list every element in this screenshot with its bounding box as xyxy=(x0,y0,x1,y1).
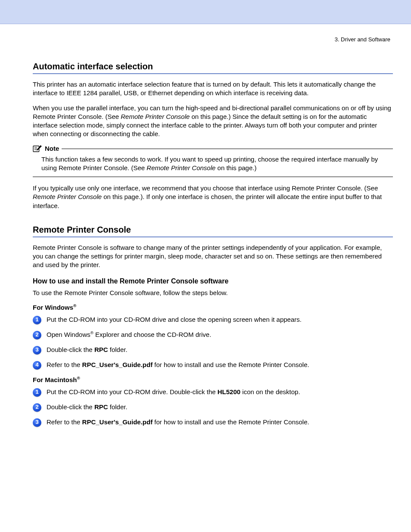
section-title-auto-interface: Automatic interface selection xyxy=(33,62,393,74)
note-text: This function takes a few seconds to wor… xyxy=(33,152,393,177)
text-run: icon on the desktop. xyxy=(240,388,300,395)
step-text: Refer to the RPC_User's_Guide.pdf for ho… xyxy=(47,361,309,369)
cross-ref-link[interactable]: Remote Printer Console xyxy=(121,113,190,120)
list-item: 4 Refer to the RPC_User's_Guide.pdf for … xyxy=(33,361,393,370)
step-list-windows: 1 Put the CD-ROM into your CD-ROM drive … xyxy=(33,315,393,370)
section-title-remote-printer-console: Remote Printer Console xyxy=(33,225,393,237)
step-number-badge: 1 xyxy=(33,388,41,397)
text-run: For Windows xyxy=(33,304,73,311)
body-text: This printer has an automatic interface … xyxy=(33,80,393,98)
step-list-macintosh: 1 Put the CD-ROM into your CD-ROM drive.… xyxy=(33,388,393,427)
registered-mark: ® xyxy=(90,330,93,335)
note-pencil-icon xyxy=(33,145,42,152)
text-run: folder. xyxy=(108,403,128,411)
text-run: Refer to the xyxy=(47,418,82,426)
body-text: When you use the parallel interface, you… xyxy=(33,104,393,139)
bold-text: RPC xyxy=(94,403,108,411)
step-text: Double-click the RPC folder. xyxy=(47,403,128,411)
list-item: 1 Put the CD-ROM into your CD-ROM drive … xyxy=(33,315,393,324)
text-run: Double-click the xyxy=(47,403,94,411)
step-number-badge: 4 xyxy=(33,361,41,370)
note-label: Note xyxy=(45,145,59,152)
cross-ref-link[interactable]: Remote Printer Console xyxy=(33,193,102,200)
note-header: Note xyxy=(33,145,393,152)
step-text: Refer to the RPC_User's_Guide.pdf for ho… xyxy=(47,418,309,426)
body-text: Remote Printer Console is software to ch… xyxy=(33,243,393,270)
list-item: 3 Refer to the RPC_User's_Guide.pdf for … xyxy=(33,418,393,427)
bold-text: RPC xyxy=(94,346,108,353)
body-text: If you typically use only one interface,… xyxy=(33,184,393,210)
bold-text: HL5200 xyxy=(218,388,240,395)
list-item: 3 Double-click the RPC folder. xyxy=(33,345,393,355)
text-run: folder. xyxy=(108,346,128,353)
bold-text: RPC_User's_Guide.pdf xyxy=(82,361,153,368)
registered-mark: ® xyxy=(77,376,80,380)
text-run: Explorer and choose the CD-ROM drive. xyxy=(93,331,211,338)
step-number-badge: 3 xyxy=(33,346,41,355)
step-number-badge: 1 xyxy=(33,316,41,324)
platform-heading-windows: For Windows® xyxy=(33,303,393,311)
bold-text: RPC_User's_Guide.pdf xyxy=(82,418,153,426)
chapter-header: 3. Driver and Software xyxy=(33,36,393,43)
list-item: 2 Open Windows® Explorer and choose the … xyxy=(33,330,393,339)
divider xyxy=(62,149,393,149)
registered-mark: ® xyxy=(73,303,76,308)
header-bar xyxy=(0,0,411,24)
text-run: Open Windows xyxy=(47,331,90,338)
subsection-heading: How to use and install the Remote Printe… xyxy=(33,277,393,285)
text-run: Refer to the xyxy=(47,361,82,368)
text-run: For Macintosh xyxy=(33,376,77,383)
text-run: for how to install and use the Remote Pr… xyxy=(153,361,309,368)
platform-heading-macintosh: For Macintosh® xyxy=(33,376,393,383)
step-text: Put the CD-ROM into your CD-ROM drive an… xyxy=(47,315,302,324)
text-run: Double-click the xyxy=(47,346,94,353)
text-run: on this page.) xyxy=(215,164,256,171)
footer: 44 xyxy=(33,433,393,510)
text-run: If you typically use only one interface,… xyxy=(33,184,378,192)
body-text: To use the Remote Printer Console softwa… xyxy=(33,289,393,297)
step-number-badge: 2 xyxy=(33,403,41,412)
step-number-badge: 3 xyxy=(33,418,41,427)
page-content: 3. Driver and Software Automatic interfa… xyxy=(0,24,411,528)
note-block: Note This function takes a few seconds t… xyxy=(33,145,393,177)
step-text: Double-click the RPC folder. xyxy=(47,345,128,354)
step-text: Put the CD-ROM into your CD-ROM drive. D… xyxy=(47,388,300,396)
step-number-badge: 2 xyxy=(33,331,41,339)
step-text: Open Windows® Explorer and choose the CD… xyxy=(47,330,211,339)
list-item: 2 Double-click the RPC folder. xyxy=(33,403,393,412)
cross-ref-link[interactable]: Remote Printer Console xyxy=(146,164,215,171)
list-item: 1 Put the CD-ROM into your CD-ROM drive.… xyxy=(33,388,393,397)
text-run: Put the CD-ROM into your CD-ROM drive. D… xyxy=(47,388,218,395)
text-run: for how to install and use the Remote Pr… xyxy=(153,418,309,426)
